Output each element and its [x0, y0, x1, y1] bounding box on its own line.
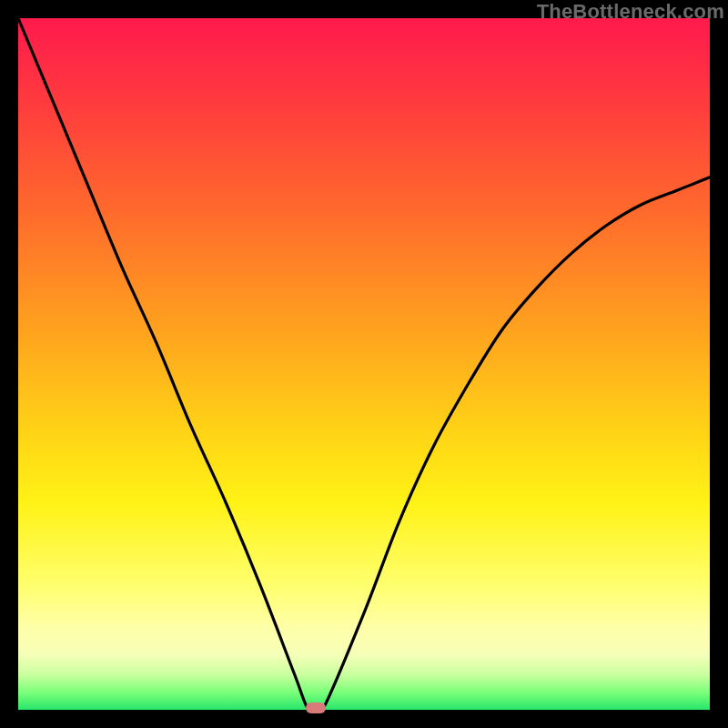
bottleneck-curve	[18, 18, 710, 710]
optimum-marker	[306, 703, 326, 713]
chart-frame	[18, 18, 710, 710]
watermark-label: TheBottleneck.com	[537, 0, 724, 24]
